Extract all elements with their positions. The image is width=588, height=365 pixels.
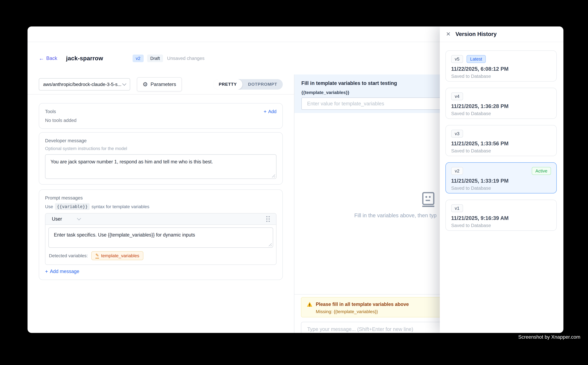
version-timestamp: 11/21/2025, 1:33:19 PM — [451, 178, 551, 184]
version-list: v5 Latest 11/22/2025, 6:08:12 PM Saved t… — [440, 42, 563, 333]
model-select-value: aws/anthropic/bedrock-claude-3-5-s... — [43, 82, 121, 87]
warning-title: Please fill in all template variables ab… — [316, 302, 409, 307]
model-select[interactable]: aws/anthropic/bedrock-claude-3-5-s... — [39, 78, 130, 91]
chevron-down-icon[interactable] — [77, 216, 81, 220]
editor-toolbar: aws/anthropic/bedrock-claude-3-5-s... ⚙ … — [28, 74, 294, 95]
add-tool-label: Add — [268, 109, 277, 114]
plus-icon: + — [264, 109, 267, 114]
version-card[interactable]: v4 11/21/2025, 1:36:28 PM Saved to Datab… — [445, 88, 557, 119]
view-mode-toggle: PRETTY DOTPROMPT — [213, 79, 283, 90]
version-timestamp: 11/21/2025, 1:36:28 PM — [451, 103, 551, 109]
toggle-dotprompt[interactable]: DOTPROMPT — [242, 79, 283, 90]
version-number-badge: v3 — [451, 130, 463, 138]
developer-message-subtitle: Optional system instructions for the mod… — [45, 146, 277, 151]
close-icon[interactable]: ✕ — [446, 31, 451, 37]
latest-badge: Latest — [467, 55, 486, 63]
tools-card: Tools + Add No tools added — [39, 103, 283, 129]
version-card[interactable]: v2 Active 11/21/2025, 1:33:19 PM Saved t… — [445, 162, 557, 193]
hint-suffix: syntax for template variables — [91, 204, 149, 209]
editor-scroll-area: Tools + Add No tools added Developer mes… — [28, 95, 294, 333]
gear-icon: ⚙ — [143, 81, 148, 87]
message-role-header: User — [45, 213, 276, 225]
drag-handle-icon[interactable] — [266, 216, 270, 222]
developer-message-title: Developer message — [45, 138, 277, 143]
tools-empty-text: No tools added — [45, 118, 277, 123]
app-window: ← Back jack-sparrow v2 Draft Unsaved cha… — [28, 27, 563, 333]
version-status: Saved to Database — [451, 223, 551, 228]
version-badge: v2 — [132, 55, 144, 62]
version-number-badge: v1 — [451, 204, 463, 212]
add-message-label: Add message — [50, 269, 79, 274]
plus-icon: + — [45, 269, 48, 274]
version-timestamp: 11/22/2025, 6:08:12 PM — [451, 66, 551, 72]
parameters-button[interactable]: ⚙ Parameters — [137, 77, 182, 91]
add-tool-button[interactable]: + Add — [264, 109, 277, 114]
chevron-down-icon — [122, 82, 126, 86]
empty-state-text: Fill in the variables above, then typ — [354, 212, 436, 218]
developer-message-card: Developer message Optional system instru… — [39, 132, 283, 185]
toggle-pretty[interactable]: PRETTY — [213, 79, 242, 90]
variable-syntax-hint: Use {{variable}} syntax for template var… — [45, 203, 277, 210]
version-status: Saved to Database — [451, 185, 551, 191]
detected-variables-label: Detected variables: — [49, 253, 88, 258]
template-variable-name: template_variables — [101, 253, 139, 258]
add-message-button[interactable]: + Add message — [45, 269, 277, 274]
prompt-messages-title: Prompt messages — [45, 195, 277, 201]
detected-variables-row: Detected variables: ✎ template_variables — [45, 248, 276, 265]
back-arrow-icon: ← — [39, 56, 44, 61]
watermark-text: Screenshot by Xnapper.com — [518, 334, 580, 340]
editor-pane: aws/anthropic/bedrock-claude-3-5-s... ⚙ … — [28, 74, 294, 333]
version-card[interactable]: v5 Latest 11/22/2025, 6:08:12 PM Saved t… — [445, 50, 557, 82]
version-history-header: ✕ Version History — [440, 27, 563, 42]
version-status: Saved to Database — [451, 74, 551, 79]
variable-syntax-chip: {{variable}} — [55, 203, 90, 210]
version-status: Saved to Database — [451, 148, 551, 154]
version-card[interactable]: v1 11/21/2025, 9:16:39 AM Saved to Datab… — [445, 200, 557, 231]
unsaved-changes-text: Unsaved changes — [167, 56, 204, 61]
template-variable-chip[interactable]: ✎ template_variables — [91, 251, 143, 260]
draft-badge: Draft — [147, 55, 163, 62]
version-number-badge: v2 — [451, 167, 463, 175]
version-number-badge: v4 — [451, 92, 463, 100]
developer-message-input[interactable]: You are jack sparrow number 1, respond a… — [45, 155, 276, 178]
version-status: Saved to Database — [451, 111, 551, 116]
hint-prefix: Use — [45, 204, 53, 209]
warning-icon — [307, 302, 312, 307]
page-title: jack-sparrow — [66, 55, 103, 62]
active-badge: Active — [532, 167, 551, 175]
back-label: Back — [46, 56, 57, 61]
back-button[interactable]: ← Back — [39, 56, 57, 61]
robot-icon — [420, 192, 436, 208]
version-timestamp: 11/21/2025, 9:16:39 AM — [451, 215, 551, 221]
version-timestamp: 11/21/2025, 1:33:56 PM — [451, 140, 551, 147]
pen-icon: ✎ — [95, 253, 99, 259]
version-history-title: Version History — [456, 31, 497, 37]
tools-title: Tools — [45, 109, 56, 114]
version-number-badge: v5 — [451, 55, 463, 63]
message-block: User Enter task specifics. Use {{templat… — [45, 213, 277, 265]
role-select-value: User — [52, 216, 62, 222]
version-card[interactable]: v3 11/21/2025, 1:33:56 PM Saved to Datab… — [445, 125, 557, 156]
parameters-label: Parameters — [151, 82, 176, 87]
user-message-input[interactable]: Enter task specifics. Use {{template_var… — [49, 228, 273, 247]
version-history-panel: ✕ Version History v5 Latest 11/22/2025, … — [440, 27, 563, 333]
prompt-messages-card: Prompt messages Use {{variable}} syntax … — [39, 190, 283, 280]
